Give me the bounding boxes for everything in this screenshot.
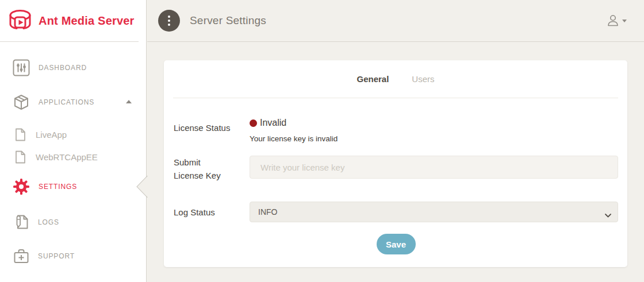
sidebar-item-label: SETTINGS xyxy=(39,183,77,191)
license-key-input[interactable] xyxy=(250,156,618,179)
file-icon xyxy=(15,150,26,164)
sidebar-item-label: LOGS xyxy=(38,218,59,226)
document-pen-icon xyxy=(13,214,29,230)
save-button[interactable]: Save xyxy=(377,234,416,254)
server-settings-card: General Users License Status Invalid You… xyxy=(164,60,627,267)
ant-media-logo-icon xyxy=(7,9,33,33)
gear-icon xyxy=(13,178,30,195)
box-icon xyxy=(13,94,30,111)
tab-general[interactable]: General xyxy=(356,74,389,84)
sidebar-item-label: LiveApp xyxy=(36,130,67,140)
sidebar-item-webrtcappee[interactable]: WebRTCAppEE xyxy=(15,150,98,164)
sidebar-item-label: APPLICATIONS xyxy=(39,98,94,106)
chevron-down-icon xyxy=(622,20,627,22)
user-icon xyxy=(607,14,619,27)
sidebar-item-support[interactable]: SUPPORT xyxy=(13,248,75,264)
save-row: Save xyxy=(174,234,618,254)
active-item-pointer xyxy=(135,176,148,200)
brand-name: Ant Media Server xyxy=(39,14,135,28)
sidebar: Ant Media Server DASHBOARD xyxy=(0,0,147,282)
first-aid-icon xyxy=(13,248,29,264)
sidebar-item-liveapp[interactable]: LiveApp xyxy=(15,128,67,141)
sliders-icon xyxy=(13,59,30,76)
license-status-value: Invalid xyxy=(260,118,286,128)
sidebar-item-settings[interactable]: SETTINGS xyxy=(13,178,77,195)
license-status-row: License Status Invalid Your license key … xyxy=(174,118,618,143)
license-status-value-group: Invalid Your license key is invalid xyxy=(250,118,338,143)
sidebar-item-applications[interactable]: APPLICATIONS xyxy=(13,94,94,111)
log-status-row: Log Status INFO xyxy=(174,202,618,222)
sidebar-item-label: SUPPORT xyxy=(38,252,75,260)
collapse-caret-icon[interactable] xyxy=(126,100,132,103)
tab-users[interactable]: Users xyxy=(412,74,434,84)
sidebar-item-dashboard[interactable]: DASHBOARD xyxy=(13,59,87,76)
license-key-label: Submit License Key xyxy=(174,156,250,182)
user-menu-button[interactable] xyxy=(607,14,627,27)
sidebar-item-label: WebRTCAppEE xyxy=(36,152,98,162)
log-status-select[interactable]: INFO xyxy=(250,202,618,222)
page-title: Server Settings xyxy=(190,14,266,27)
brand[interactable]: Ant Media Server xyxy=(0,0,139,42)
license-status-message: Your license key is invalid xyxy=(250,134,338,143)
general-settings-form: License Status Invalid Your license key … xyxy=(164,98,627,254)
header: Server Settings xyxy=(147,0,644,42)
kebab-menu-button[interactable] xyxy=(158,10,180,32)
sidebar-item-label: DASHBOARD xyxy=(39,64,87,72)
log-status-select-wrap: INFO xyxy=(250,202,618,222)
license-key-row: Submit License Key xyxy=(174,156,618,182)
tab-bar: General Users xyxy=(164,60,627,98)
sidebar-item-logs[interactable]: LOGS xyxy=(13,214,59,230)
license-status-label: License Status xyxy=(174,118,250,143)
log-status-label: Log Status xyxy=(174,207,250,217)
status-invalid-dot-icon xyxy=(250,119,257,127)
file-icon xyxy=(15,128,26,141)
